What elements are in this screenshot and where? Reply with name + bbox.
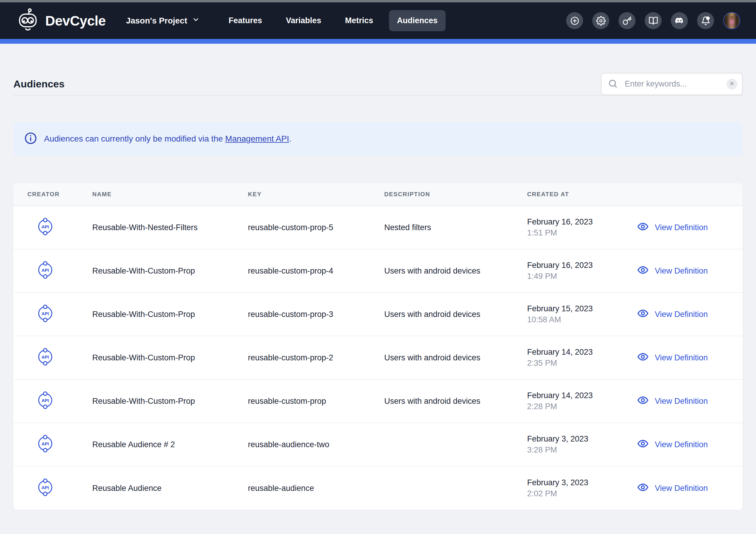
key-icon	[622, 16, 632, 26]
api-creator-icon: API	[36, 229, 55, 238]
created-at-cell: February 16, 2023 1:51 PM	[527, 217, 631, 238]
project-selector[interactable]: Jason's Project	[126, 16, 200, 26]
column-header-created-at: CREATED AT	[527, 191, 631, 198]
svg-text:API: API	[41, 354, 49, 360]
creator-cell: API	[14, 478, 92, 499]
docs-button[interactable]	[645, 12, 662, 29]
app-screen: DevCycle Jason's Project Features Variab…	[0, 0, 756, 534]
view-definition-link[interactable]: View Definition	[636, 308, 708, 321]
management-api-link[interactable]: Management API	[225, 134, 289, 143]
creator-cell: API	[14, 304, 92, 325]
page-header: Audiences	[14, 44, 742, 95]
project-selector-label: Jason's Project	[126, 16, 187, 26]
view-definition-link[interactable]: View Definition	[636, 438, 708, 451]
svg-text:API: API	[41, 311, 49, 316]
brand-logo[interactable]: DevCycle	[17, 8, 106, 34]
created-date: February 16, 2023	[527, 261, 625, 270]
created-date: February 15, 2023	[527, 304, 625, 313]
notifications-button[interactable]	[697, 12, 714, 29]
discord-icon	[674, 16, 685, 26]
eye-icon	[636, 221, 650, 234]
actions-cell: View Definition	[631, 221, 742, 234]
audience-name: Reusable-With-Nested-Filters	[92, 223, 248, 232]
created-date: February 14, 2023	[527, 347, 625, 357]
audience-name: Reusable Audience	[92, 484, 248, 493]
created-time: 2:28 PM	[527, 402, 625, 411]
accent-strip	[0, 39, 756, 44]
actions-cell: View Definition	[631, 265, 742, 277]
create-button[interactable]	[566, 12, 583, 29]
actions-cell: View Definition	[631, 438, 742, 451]
search-input[interactable]	[601, 73, 742, 95]
created-time: 10:58 AM	[527, 315, 625, 324]
user-avatar[interactable]	[723, 12, 740, 29]
settings-button[interactable]	[592, 12, 609, 29]
nav-item-features[interactable]: Features	[221, 10, 270, 31]
svg-text:API: API	[41, 485, 49, 490]
table-row: API Reusable Audience # 2 reusable-audie…	[14, 423, 742, 467]
view-definition-link[interactable]: View Definition	[636, 351, 708, 364]
info-icon	[24, 132, 37, 146]
created-date: February 3, 2023	[527, 434, 625, 444]
svg-text:API: API	[41, 267, 49, 273]
robot-logo-icon	[17, 8, 39, 34]
view-definition-link[interactable]: View Definition	[636, 482, 708, 495]
creator-cell: API	[14, 391, 92, 412]
nav-item-audiences[interactable]: Audiences	[389, 10, 446, 31]
column-header-creator: CREATOR	[14, 191, 92, 198]
api-creator-icon: API	[36, 272, 55, 281]
info-banner: Audiences can currently only be modified…	[14, 122, 742, 156]
audience-name: Reusable-With-Custom-Prop	[92, 267, 248, 276]
actions-cell: View Definition	[631, 351, 742, 364]
table-row: API Reusable-With-Custom-Prop reusable-c…	[14, 293, 742, 336]
view-definition-link[interactable]: View Definition	[636, 265, 708, 277]
api-creator-icon: API	[36, 403, 55, 412]
notification-badge	[706, 16, 710, 20]
audience-description: Users with android devices	[384, 310, 527, 319]
eye-icon	[636, 308, 650, 321]
audience-key: reusable-custom-prop	[248, 397, 384, 406]
nav-item-variables[interactable]: Variables	[278, 10, 330, 31]
view-definition-label: View Definition	[655, 310, 708, 319]
created-time: 2:02 PM	[527, 489, 625, 498]
audience-description: Users with android devices	[384, 397, 527, 406]
search-clear-button[interactable]	[727, 79, 737, 89]
audiences-table: CREATOR NAME KEY DESCRIPTION CREATED AT …	[14, 183, 742, 510]
api-creator-icon: API	[36, 490, 55, 498]
window-chrome-strip	[0, 0, 756, 2]
table-row: API Reusable-With-Custom-Prop reusable-c…	[14, 249, 742, 293]
table-row: API Reusable-With-Custom-Prop reusable-c…	[14, 380, 742, 423]
created-date: February 14, 2023	[527, 391, 625, 400]
actions-cell: View Definition	[631, 395, 742, 408]
plus-circle-icon	[570, 16, 580, 26]
view-definition-label: View Definition	[655, 484, 708, 493]
page-title: Audiences	[14, 78, 65, 90]
creator-cell: API	[14, 217, 92, 238]
created-at-cell: February 15, 2023 10:58 AM	[527, 304, 631, 324]
audience-key: reusable-audience-two	[248, 440, 384, 449]
top-navigation: DevCycle Jason's Project Features Variab…	[0, 2, 756, 39]
main-content: Audiences	[0, 44, 756, 510]
created-at-cell: February 3, 2023 2:02 PM	[527, 478, 631, 498]
view-definition-link[interactable]: View Definition	[636, 221, 708, 234]
audience-key: reusable-audience	[248, 484, 384, 493]
banner-message: Audiences can currently only be modified…	[44, 134, 291, 143]
api-keys-button[interactable]	[618, 12, 635, 29]
audience-key: reusable-custom-prop-2	[248, 353, 384, 363]
nav-item-metrics[interactable]: Metrics	[337, 10, 381, 31]
audience-description: Users with android devices	[384, 353, 527, 363]
eye-icon	[636, 351, 650, 364]
audience-key: reusable-custom-prop-4	[248, 267, 384, 276]
audience-name: Reusable-With-Custom-Prop	[92, 353, 248, 363]
view-definition-link[interactable]: View Definition	[636, 395, 708, 408]
created-date: February 3, 2023	[527, 478, 625, 487]
discord-button[interactable]	[671, 12, 688, 29]
created-time: 3:28 PM	[527, 445, 625, 455]
table-row: API Reusable-With-Nested-Filters reusabl…	[14, 206, 742, 249]
eye-icon	[636, 482, 650, 495]
column-header-name: NAME	[92, 191, 248, 198]
table-header-row: CREATOR NAME KEY DESCRIPTION CREATED AT	[14, 183, 742, 206]
creator-cell: API	[14, 347, 92, 369]
audience-name: Reusable Audience # 2	[92, 440, 248, 449]
audience-description: Users with android devices	[384, 267, 527, 276]
